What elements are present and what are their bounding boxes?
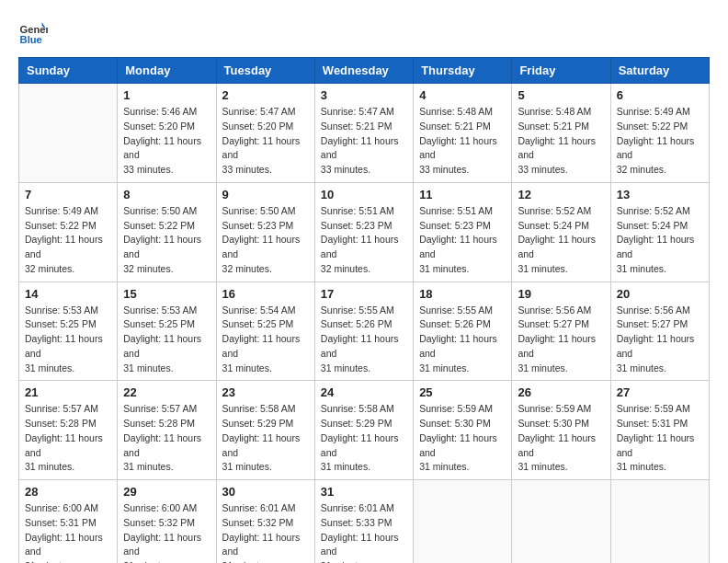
calendar-cell: 10Sunrise: 5:51 AMSunset: 5:23 PMDayligh… (314, 182, 413, 282)
weekday-header-tuesday: Tuesday (216, 58, 314, 84)
day-info: Sunrise: 5:58 AMSunset: 5:29 PMDaylight:… (222, 402, 309, 475)
day-number: 12 (518, 188, 604, 201)
calendar-cell: 20Sunrise: 5:56 AMSunset: 5:27 PMDayligh… (610, 282, 709, 381)
calendar-cell: 31Sunrise: 6:01 AMSunset: 5:33 PMDayligh… (314, 480, 413, 564)
calendar-cell: 7Sunrise: 5:49 AMSunset: 5:22 PMDaylight… (19, 182, 118, 282)
day-info: Sunrise: 5:59 AMSunset: 5:30 PMDaylight:… (518, 402, 604, 475)
day-number: 26 (518, 385, 604, 399)
weekday-header-thursday: Thursday (414, 58, 512, 84)
day-number: 3 (321, 88, 407, 102)
day-number: 10 (321, 188, 407, 201)
calendar-week-row: 1Sunrise: 5:46 AMSunset: 5:20 PMDaylight… (19, 84, 710, 183)
calendar-cell: 14Sunrise: 5:53 AMSunset: 5:25 PMDayligh… (19, 282, 118, 381)
day-info: Sunrise: 6:00 AMSunset: 5:32 PMDaylight:… (123, 501, 210, 563)
calendar-cell: 15Sunrise: 5:53 AMSunset: 5:25 PMDayligh… (118, 282, 216, 381)
calendar-cell: 23Sunrise: 5:58 AMSunset: 5:29 PMDayligh… (216, 381, 314, 480)
day-number: 31 (321, 485, 407, 499)
calendar-cell: 13Sunrise: 5:52 AMSunset: 5:24 PMDayligh… (610, 182, 709, 282)
weekday-header-monday: Monday (118, 58, 216, 84)
day-number: 16 (222, 287, 309, 301)
calendar-cell: 22Sunrise: 5:57 AMSunset: 5:28 PMDayligh… (118, 381, 216, 480)
day-number: 6 (617, 88, 703, 102)
day-number: 2 (222, 88, 309, 102)
calendar-week-row: 7Sunrise: 5:49 AMSunset: 5:22 PMDaylight… (19, 182, 710, 282)
calendar-cell: 1Sunrise: 5:46 AMSunset: 5:20 PMDaylight… (118, 84, 216, 183)
day-number: 28 (25, 485, 111, 499)
day-info: Sunrise: 5:59 AMSunset: 5:31 PMDaylight:… (617, 402, 703, 475)
calendar-week-row: 21Sunrise: 5:57 AMSunset: 5:28 PMDayligh… (19, 381, 710, 480)
day-number: 14 (25, 287, 111, 301)
calendar-cell (19, 84, 118, 183)
day-number: 20 (617, 287, 703, 301)
day-info: Sunrise: 5:52 AMSunset: 5:24 PMDaylight:… (617, 204, 703, 277)
day-info: Sunrise: 5:46 AMSunset: 5:20 PMDaylight:… (123, 105, 210, 178)
day-info: Sunrise: 5:56 AMSunset: 5:27 PMDaylight:… (518, 304, 604, 376)
weekday-header-wednesday: Wednesday (314, 58, 413, 84)
day-info: Sunrise: 5:51 AMSunset: 5:23 PMDaylight:… (419, 204, 506, 277)
day-number: 11 (419, 188, 506, 201)
calendar-cell: 12Sunrise: 5:52 AMSunset: 5:24 PMDayligh… (512, 182, 610, 282)
day-info: Sunrise: 5:53 AMSunset: 5:25 PMDaylight:… (123, 304, 210, 376)
day-number: 25 (419, 385, 506, 399)
weekday-header-sunday: Sunday (19, 58, 118, 84)
calendar-cell: 21Sunrise: 5:57 AMSunset: 5:28 PMDayligh… (19, 381, 118, 480)
day-number: 4 (419, 88, 506, 102)
day-number: 22 (123, 385, 210, 399)
weekday-header-row: SundayMondayTuesdayWednesdayThursdayFrid… (19, 58, 710, 84)
page-header: General Blue (18, 18, 710, 48)
day-info: Sunrise: 5:55 AMSunset: 5:26 PMDaylight:… (419, 304, 506, 376)
logo-icon: General Blue (18, 18, 48, 48)
calendar-week-row: 28Sunrise: 6:00 AMSunset: 5:31 PMDayligh… (19, 480, 710, 564)
svg-text:Blue: Blue (20, 34, 42, 45)
calendar-cell: 3Sunrise: 5:47 AMSunset: 5:21 PMDaylight… (314, 84, 413, 183)
calendar-cell: 18Sunrise: 5:55 AMSunset: 5:26 PMDayligh… (414, 282, 512, 381)
calendar-cell: 27Sunrise: 5:59 AMSunset: 5:31 PMDayligh… (610, 381, 709, 480)
calendar-cell: 9Sunrise: 5:50 AMSunset: 5:23 PMDaylight… (216, 182, 314, 282)
calendar-cell: 24Sunrise: 5:58 AMSunset: 5:29 PMDayligh… (314, 381, 413, 480)
weekday-header-friday: Friday (512, 58, 610, 84)
day-info: Sunrise: 5:57 AMSunset: 5:28 PMDaylight:… (25, 402, 111, 475)
calendar-cell: 5Sunrise: 5:48 AMSunset: 5:21 PMDaylight… (512, 84, 610, 183)
day-number: 18 (419, 287, 506, 301)
calendar-cell: 2Sunrise: 5:47 AMSunset: 5:20 PMDaylight… (216, 84, 314, 183)
day-number: 24 (321, 385, 407, 399)
day-info: Sunrise: 5:54 AMSunset: 5:25 PMDaylight:… (222, 304, 309, 376)
calendar-cell: 16Sunrise: 5:54 AMSunset: 5:25 PMDayligh… (216, 282, 314, 381)
calendar-cell: 11Sunrise: 5:51 AMSunset: 5:23 PMDayligh… (414, 182, 512, 282)
calendar-cell (414, 480, 512, 564)
calendar-cell (512, 480, 610, 564)
calendar-cell: 30Sunrise: 6:01 AMSunset: 5:32 PMDayligh… (216, 480, 314, 564)
weekday-header-saturday: Saturday (610, 58, 709, 84)
day-number: 30 (222, 485, 309, 499)
day-number: 19 (518, 287, 604, 301)
day-info: Sunrise: 5:56 AMSunset: 5:27 PMDaylight:… (617, 304, 703, 376)
calendar-cell: 19Sunrise: 5:56 AMSunset: 5:27 PMDayligh… (512, 282, 610, 381)
calendar-week-row: 14Sunrise: 5:53 AMSunset: 5:25 PMDayligh… (19, 282, 710, 381)
day-number: 27 (617, 385, 703, 399)
day-number: 15 (123, 287, 210, 301)
day-info: Sunrise: 5:49 AMSunset: 5:22 PMDaylight:… (25, 204, 111, 277)
day-info: Sunrise: 5:59 AMSunset: 5:30 PMDaylight:… (419, 402, 506, 475)
day-info: Sunrise: 5:48 AMSunset: 5:21 PMDaylight:… (419, 105, 506, 178)
calendar-cell: 6Sunrise: 5:49 AMSunset: 5:22 PMDaylight… (610, 84, 709, 183)
calendar-cell: 25Sunrise: 5:59 AMSunset: 5:30 PMDayligh… (414, 381, 512, 480)
day-number: 17 (321, 287, 407, 301)
day-info: Sunrise: 5:51 AMSunset: 5:23 PMDaylight:… (321, 204, 407, 277)
day-info: Sunrise: 6:01 AMSunset: 5:33 PMDaylight:… (321, 501, 407, 563)
logo: General Blue (18, 18, 51, 48)
day-number: 1 (123, 88, 210, 102)
calendar-cell: 8Sunrise: 5:50 AMSunset: 5:22 PMDaylight… (118, 182, 216, 282)
day-info: Sunrise: 5:53 AMSunset: 5:25 PMDaylight:… (25, 304, 111, 376)
day-info: Sunrise: 5:57 AMSunset: 5:28 PMDaylight:… (123, 402, 210, 475)
day-number: 9 (222, 188, 309, 201)
calendar-cell (610, 480, 709, 564)
calendar-cell: 17Sunrise: 5:55 AMSunset: 5:26 PMDayligh… (314, 282, 413, 381)
day-info: Sunrise: 5:58 AMSunset: 5:29 PMDaylight:… (321, 402, 407, 475)
day-info: Sunrise: 5:47 AMSunset: 5:21 PMDaylight:… (321, 105, 407, 178)
day-info: Sunrise: 6:01 AMSunset: 5:32 PMDaylight:… (222, 501, 309, 563)
calendar-cell: 29Sunrise: 6:00 AMSunset: 5:32 PMDayligh… (118, 480, 216, 564)
day-number: 13 (617, 188, 703, 201)
day-info: Sunrise: 5:55 AMSunset: 5:26 PMDaylight:… (321, 304, 407, 376)
day-info: Sunrise: 5:48 AMSunset: 5:21 PMDaylight:… (518, 105, 604, 178)
day-info: Sunrise: 5:52 AMSunset: 5:24 PMDaylight:… (518, 204, 604, 277)
